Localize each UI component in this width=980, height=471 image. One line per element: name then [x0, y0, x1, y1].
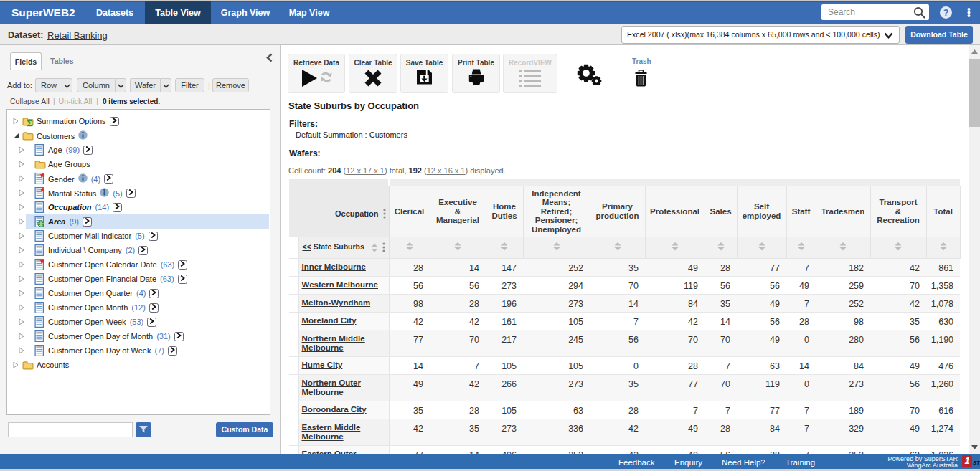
svg-text:Σ: Σ	[27, 118, 33, 128]
svg-text:?: ?	[943, 8, 949, 18]
